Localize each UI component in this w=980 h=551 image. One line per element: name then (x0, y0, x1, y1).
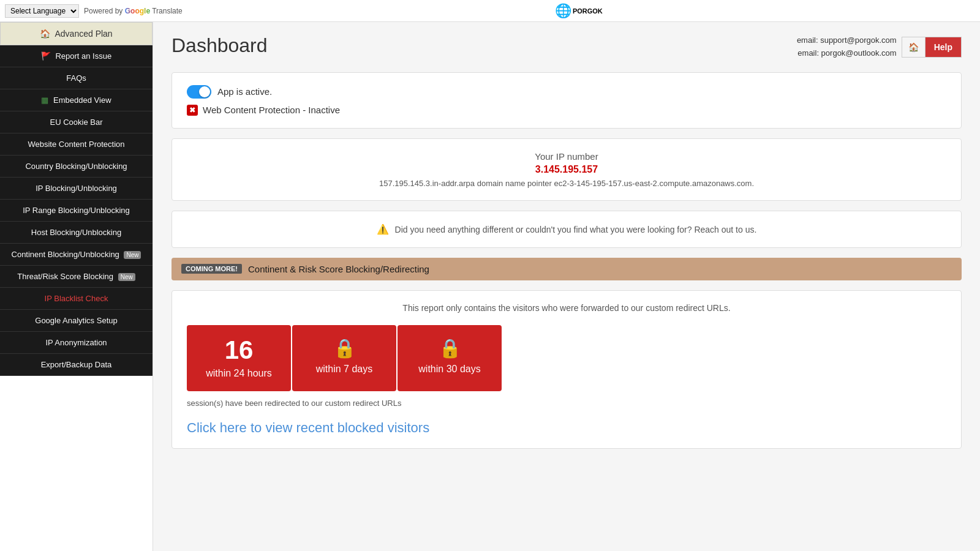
email1: email: support@porgok.com (797, 34, 897, 47)
web-protection-label: Web Content Protection - Inactive (203, 105, 340, 115)
ip-card: Your IP number 3.145.195.157 157.195.145… (172, 138, 962, 201)
warning-icon: ⚠️ (377, 224, 389, 234)
stat-label-24h: within 24 hours (193, 368, 285, 379)
email-info: email: support@porgok.com email: porgok@… (797, 34, 897, 60)
sidebar-item-continent-blocking[interactable]: Continent Blocking/Unblocking New (0, 244, 153, 266)
stats-boxes: 16 within 24 hours 🔒 within 7 days 🔒 wit… (187, 325, 946, 391)
web-protection-row: ✖ Web Content Protection - Inactive (187, 105, 946, 116)
ip-pointer: 157.195.145.3.in-addr.arpa domain name p… (187, 179, 946, 188)
app-active-label: App is active. (217, 86, 272, 97)
sidebar-item-website-content[interactable]: Website Content Protection (0, 133, 153, 156)
stat-label-7d: within 7 days (298, 364, 390, 375)
sidebar-item-embedded-view[interactable]: ▦ Embedded View (0, 89, 153, 111)
sidebar-item-threat-blocking[interactable]: Threat/Risk Score Blocking New (0, 266, 153, 288)
toggle-thumb (199, 86, 210, 97)
sidebar-item-host-blocking[interactable]: Host Blocking/Unblocking (0, 222, 153, 244)
stat-box-30d: 🔒 within 30 days (398, 325, 502, 391)
grid-icon: ▦ (41, 96, 48, 105)
logo-area: 🌐 PORGOK (555, 3, 603, 19)
coming-more-badge: COMING MORE! (181, 264, 242, 274)
x-icon: ✖ (187, 105, 198, 116)
coming-more-banner: COMING MORE! Continent & Risk Score Bloc… (172, 258, 962, 280)
new-badge-continent: New (124, 251, 141, 259)
top-bar: Select Language Powered by Google Transl… (0, 0, 980, 22)
stat-box-24h: 16 within 24 hours (187, 325, 291, 391)
coming-more-text: Continent & Risk Score Blocking/Redirect… (248, 264, 429, 274)
sidebar-item-eu-cookie-bar[interactable]: EU Cookie Bar (0, 111, 153, 133)
ip-label: Your IP number (187, 151, 946, 162)
home-button[interactable]: 🏠 (902, 37, 925, 57)
reach-out-text: ⚠️ Did you need anything different or co… (187, 223, 946, 235)
stat-label-30d: within 30 days (404, 364, 496, 375)
sidebar-item-report-issue[interactable]: 🚩 Report an Issue (0, 45, 153, 67)
sidebar: 🏠 Advanced Plan 🚩 Report an Issue FAQs ▦… (0, 22, 153, 551)
stat-box-7d: 🔒 within 7 days (292, 325, 396, 391)
sidebar-item-google-analytics[interactable]: Google Analytics Setup (0, 310, 153, 332)
email2: email: porgok@outlook.com (797, 47, 897, 60)
lock-icon-30d: 🔒 (404, 337, 496, 359)
new-badge-threat: New (118, 273, 135, 281)
view-blocked-visitors-link[interactable]: Click here to view recent blocked visito… (187, 420, 429, 435)
stats-card: This report only contains the visitors w… (172, 290, 962, 449)
page-title: Dashboard (172, 34, 268, 57)
help-button[interactable]: Help (925, 37, 961, 57)
session-note: session(s) have been redirected to our c… (187, 399, 946, 408)
logo-icon: 🌐 (555, 3, 571, 19)
sidebar-item-country-blocking[interactable]: Country Blocking/Unblocking (0, 156, 153, 178)
sidebar-item-faqs[interactable]: FAQs (0, 67, 153, 89)
powered-by-text: Powered by Google Translate (84, 7, 183, 15)
sidebar-item-ip-anonymization[interactable]: IP Anonymization (0, 332, 153, 354)
app-active-toggle[interactable] (187, 85, 211, 99)
language-select[interactable]: Select Language (5, 4, 79, 18)
stat-value-24h: 16 (193, 337, 285, 363)
main-content: Dashboard email: support@porgok.com emai… (153, 22, 980, 551)
ip-address: 3.145.195.157 (187, 164, 946, 175)
flag-icon: 🚩 (41, 51, 51, 61)
logo-text: PORGOK (573, 7, 603, 15)
header-right: email: support@porgok.com email: porgok@… (797, 34, 962, 60)
help-button-group: 🏠 Help (902, 37, 962, 58)
header-row: Dashboard email: support@porgok.com emai… (172, 34, 962, 60)
reach-out-card: ⚠️ Did you need anything different or co… (172, 211, 962, 248)
sidebar-item-advanced-plan[interactable]: 🏠 Advanced Plan (0, 22, 153, 45)
home-icon: 🏠 (40, 29, 50, 39)
sidebar-item-ip-range-blocking[interactable]: IP Range Blocking/Unblocking (0, 200, 153, 222)
layout: 🏠 Advanced Plan 🚩 Report an Issue FAQs ▦… (0, 22, 980, 551)
sidebar-item-export-backup[interactable]: Export/Backup Data (0, 354, 153, 376)
app-active-row: App is active. (187, 85, 946, 99)
stats-subtitle: This report only contains the visitors w… (187, 303, 946, 313)
sidebar-item-ip-blocking[interactable]: IP Blocking/Unblocking (0, 178, 153, 200)
app-status-card: App is active. ✖ Web Content Protection … (172, 72, 962, 129)
sidebar-item-ip-blacklist[interactable]: IP Blacklist Check (0, 288, 153, 310)
lock-icon-7d: 🔒 (298, 337, 390, 359)
